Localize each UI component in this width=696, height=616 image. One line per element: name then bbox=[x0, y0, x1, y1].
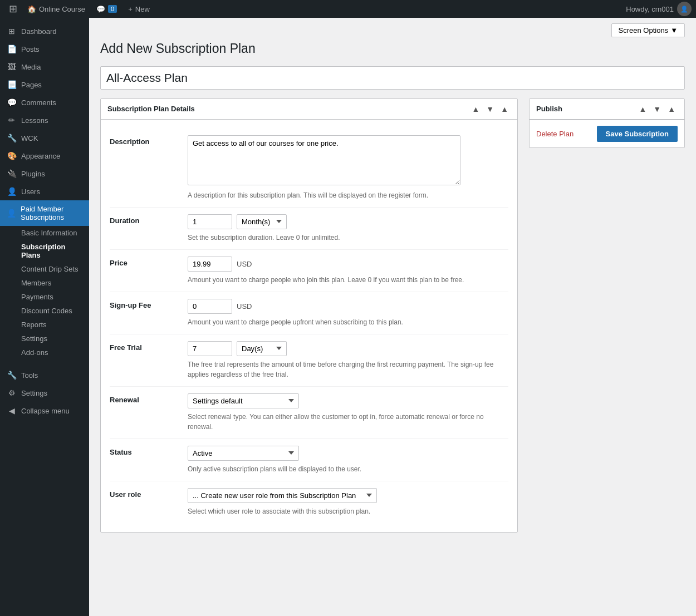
renewal-help: Select renewal type. You can either allo… bbox=[188, 412, 508, 432]
status-select[interactable]: Active Inactive bbox=[188, 446, 299, 461]
wp-logo[interactable]: ⊞ bbox=[4, 3, 22, 15]
status-row: Status Active Inactive Only active subsc… bbox=[110, 439, 508, 481]
sidebar-item-tools[interactable]: 🔧 Tools bbox=[0, 366, 89, 384]
submenu-settings[interactable]: Settings bbox=[0, 332, 89, 346]
submenu-members[interactable]: Members bbox=[0, 276, 89, 290]
admin-sidebar: ⊞ Dashboard 📄 Posts 🖼 Media 📃 Pages 💬 Co… bbox=[0, 18, 89, 616]
sidebar-item-settings[interactable]: ⚙ Settings bbox=[0, 384, 89, 402]
sidebar-item-comments[interactable]: 💬 Comments bbox=[0, 93, 89, 111]
status-help: Only active subscription plans will be d… bbox=[188, 464, 508, 474]
tools-icon: 🔧 bbox=[7, 371, 17, 380]
screen-options-bar: Screen Options ▼ bbox=[100, 23, 685, 37]
save-subscription-button[interactable]: Save Subscription bbox=[597, 126, 678, 142]
free-trial-input-row: Day(s) Week(s) Month(s) bbox=[188, 341, 508, 356]
metabox-up-btn[interactable]: ▲ bbox=[469, 104, 482, 115]
sidebar-item-posts[interactable]: 📄 Posts bbox=[0, 40, 89, 58]
paid-member-icon: 👤 bbox=[7, 209, 16, 218]
media-icon: 🖼 bbox=[7, 62, 17, 71]
screen-options-chevron: ▼ bbox=[670, 26, 678, 35]
duration-label: Duration bbox=[110, 214, 188, 225]
plugins-icon: 🔌 bbox=[7, 169, 17, 178]
sidebar-item-lessons[interactable]: ✏ Lessons bbox=[0, 111, 89, 129]
duration-number-input[interactable] bbox=[188, 214, 232, 229]
pages-icon: 📃 bbox=[7, 80, 17, 89]
publish-metabox: Publish ▲ ▼ ▲ Delete Plan Save Subscript… bbox=[529, 98, 685, 148]
collapse-icon: ◀ bbox=[7, 406, 17, 415]
screen-options-button[interactable]: Screen Options ▼ bbox=[611, 23, 685, 37]
free-trial-row: Free Trial Day(s) Week(s) Month(s) bbox=[110, 334, 508, 387]
sidebar-item-wck[interactable]: 🔧 WCK bbox=[0, 129, 89, 147]
free-trial-unit-select[interactable]: Day(s) Week(s) Month(s) bbox=[237, 341, 287, 356]
submenu-payments[interactable]: Payments bbox=[0, 290, 89, 304]
duration-unit-select[interactable]: Day(s) Week(s) Month(s) Year(s) bbox=[237, 214, 287, 229]
price-input-row: USD bbox=[188, 257, 508, 272]
posts-icon: 📄 bbox=[7, 45, 17, 53]
publish-controls: ▲ ▼ ▲ bbox=[636, 104, 678, 115]
sidebar-item-users[interactable]: 👤 Users bbox=[0, 183, 89, 200]
publish-actions: Delete Plan Save Subscription bbox=[530, 120, 684, 147]
submenu-subscription-plans[interactable]: Subscription Plans bbox=[0, 240, 89, 262]
subscription-details-metabox: Subscription Plan Details ▲ ▼ ▲ Descript… bbox=[100, 98, 518, 533]
description-control: Get access to all of our courses for one… bbox=[188, 135, 508, 200]
duration-help: Set the subscription duration. Leave 0 f… bbox=[188, 233, 508, 243]
metabox-toggle-btn[interactable]: ▲ bbox=[498, 104, 511, 115]
renewal-control: Settings default Customer opt-in Force a… bbox=[188, 393, 508, 432]
main-content: Screen Options ▼ Add New Subscription Pl… bbox=[89, 18, 696, 616]
signup-fee-row: Sign-up Fee USD Amount you want to charg… bbox=[110, 292, 508, 334]
renewal-row: Renewal Settings default Customer opt-in… bbox=[110, 387, 508, 439]
signup-fee-input[interactable] bbox=[188, 299, 232, 314]
free-trial-control: Day(s) Week(s) Month(s) The free trial r… bbox=[188, 341, 508, 380]
publish-up-btn[interactable]: ▲ bbox=[636, 104, 649, 115]
paid-member-submenu: Basic Information Subscription Plans Con… bbox=[0, 226, 89, 359]
submenu-content-drip[interactable]: Content Drip Sets bbox=[0, 262, 89, 276]
sidebar-item-dashboard[interactable]: ⊞ Dashboard bbox=[0, 22, 89, 40]
submenu-basic-info[interactable]: Basic Information bbox=[0, 226, 89, 240]
price-row: Price USD Amount you want to charge peop… bbox=[110, 250, 508, 292]
free-trial-number-input[interactable] bbox=[188, 341, 232, 356]
dashboard-icon: ⊞ bbox=[7, 27, 17, 36]
price-help: Amount you want to charge people who joi… bbox=[188, 275, 508, 285]
sidebar-item-collapse[interactable]: ◀ Collapse menu bbox=[0, 402, 89, 420]
renewal-select[interactable]: Settings default Customer opt-in Force a… bbox=[188, 393, 299, 408]
users-icon: 👤 bbox=[7, 187, 17, 196]
duration-row: Duration Day(s) Week(s) Month(s) Year(s) bbox=[110, 208, 508, 250]
description-textarea[interactable]: Get access to all of our courses for one… bbox=[188, 135, 460, 185]
publish-metabox-header: Publish ▲ ▼ ▲ bbox=[530, 99, 684, 120]
sidebar-item-appearance[interactable]: 🎨 Appearance bbox=[0, 147, 89, 165]
publish-toggle-btn[interactable]: ▲ bbox=[665, 104, 678, 115]
duration-control: Day(s) Week(s) Month(s) Year(s) Set the … bbox=[188, 214, 508, 243]
lessons-icon: ✏ bbox=[7, 116, 17, 125]
signup-fee-label: Sign-up Fee bbox=[110, 299, 188, 309]
description-help: A description for this subscription plan… bbox=[188, 190, 508, 200]
sidebar-item-pages[interactable]: 📃 Pages bbox=[0, 76, 89, 93]
sidebar-item-paid-member[interactable]: 👤 Paid Member Subscriptions bbox=[0, 200, 89, 226]
main-column: Subscription Plan Details ▲ ▼ ▲ Descript… bbox=[100, 98, 518, 541]
sidebar-item-plugins[interactable]: 🔌 Plugins bbox=[0, 165, 89, 183]
signup-fee-input-row: USD bbox=[188, 299, 508, 314]
price-input[interactable] bbox=[188, 257, 232, 272]
metabox-body: Description Get access to all of our cou… bbox=[101, 120, 517, 532]
appearance-icon: 🎨 bbox=[7, 151, 17, 160]
submenu-reports[interactable]: Reports bbox=[0, 318, 89, 332]
site-name[interactable]: 🏠 Online Course bbox=[22, 0, 91, 18]
metabox-header: Subscription Plan Details ▲ ▼ ▲ bbox=[101, 99, 517, 120]
signup-fee-currency: USD bbox=[237, 302, 252, 311]
duration-input-row: Day(s) Week(s) Month(s) Year(s) bbox=[188, 214, 508, 229]
metabox-title: Subscription Plan Details bbox=[107, 105, 469, 113]
publish-title: Publish bbox=[536, 105, 636, 113]
sidebar-item-media[interactable]: 🖼 Media bbox=[0, 58, 89, 76]
metabox-down-btn[interactable]: ▼ bbox=[484, 104, 496, 115]
user-role-help: Select which user role to associate with… bbox=[188, 506, 508, 516]
admin-bar-right: Howdy, crn001 👤 bbox=[626, 2, 692, 16]
submenu-add-ons[interactable]: Add-ons bbox=[0, 346, 89, 359]
signup-fee-control: USD Amount you want to charge people upf… bbox=[188, 299, 508, 327]
delete-plan-link[interactable]: Delete Plan bbox=[536, 130, 574, 138]
avatar[interactable]: 👤 bbox=[677, 2, 692, 16]
comments-link[interactable]: 💬 0 bbox=[91, 0, 122, 18]
plan-name-input[interactable] bbox=[100, 66, 685, 90]
publish-down-btn[interactable]: ▼ bbox=[651, 104, 663, 115]
submenu-discount-codes[interactable]: Discount Codes bbox=[0, 304, 89, 318]
user-role-select[interactable]: ... Create new user role from this Subsc… bbox=[188, 488, 377, 503]
new-content[interactable]: + New bbox=[122, 0, 155, 18]
status-control: Active Inactive Only active subscription… bbox=[188, 446, 508, 474]
